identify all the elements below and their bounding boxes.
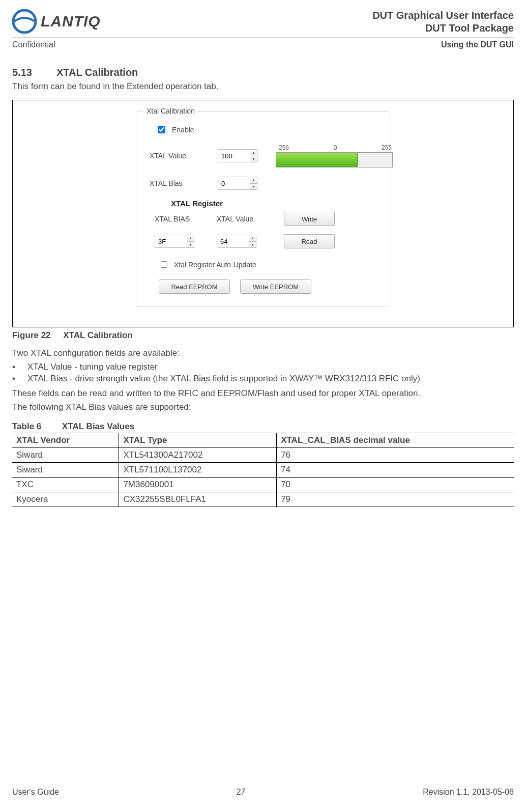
th-bias: XTAL_CAL_BIAS decimal value [277,433,514,447]
groupbox-legend: Xtal Calibration [143,107,198,115]
spin-up-icon[interactable]: ▲ [187,235,194,242]
table-cell: 7M36090001 [119,477,277,492]
table-number: Table 6 [12,422,41,431]
table-cell: CX32255SBL0FLFA1 [119,492,277,507]
company-logo: LANTIQ [12,9,119,34]
reg-value-label: XTAL Value [217,215,273,223]
spin-down-icon[interactable]: ▼ [250,184,257,190]
xtal-register-heading: XTAL Register [171,199,381,208]
table-row: SiwardXTL541300A21700276 [12,447,514,462]
spin-up-icon[interactable]: ▲ [249,235,256,242]
table-cell: Siward [12,462,119,477]
gauge-min: -256 [277,144,289,151]
footer-right: Revision 1.1, 2013-05-06 [423,788,514,797]
xtal-value-label: XTAL Value [150,152,211,160]
table-cell: 70 [277,477,514,492]
read-eeprom-button[interactable]: Read EEPROM [159,279,230,294]
table-cell: Kyocera [12,492,119,507]
table-row: SiwardXTL571100L13700274 [12,462,514,477]
bullet-2: XTAL Bias - drive strength value (the XT… [27,373,420,385]
table-row: KyoceraCX32255SBL0FLFA179 [12,492,514,507]
section-intro: This form can be found in the Extended o… [12,81,514,92]
xtal-bias-label: XTAL Bias [150,179,211,187]
th-type: XTAL Type [119,433,277,447]
enable-checkbox[interactable] [158,126,165,133]
xtal-bias-spinbox[interactable]: ▲ ▼ [218,177,257,190]
chapter-label: Using the DUT GUI [441,40,514,49]
reg-value-input[interactable] [217,235,249,247]
table-title: XTAL Bias Values [62,422,134,431]
xtal-value-spinbox[interactable]: ▲ ▼ [218,149,257,162]
write-eeprom-button[interactable]: Write EEPROM [240,279,311,294]
figure-frame: Xtal Calibration Enable XTAL Value ▲ ▼ -… [12,100,514,327]
footer-left: User's Guide [12,788,59,797]
reg-bias-spinbox[interactable]: ▲ ▼ [155,235,194,248]
th-vendor: XTAL Vendor [12,433,119,447]
section-number: 5.13 [12,67,32,78]
svg-point-0 [13,10,36,33]
figure-number: Figure 22 [12,330,51,340]
footer-center: 27 [237,788,246,797]
table-cell: 76 [277,447,514,462]
reg-value-spinbox[interactable]: ▲ ▼ [217,235,256,248]
doc-title-1: DUT Graphical User Interface [372,9,514,22]
xtal-calibration-group: Xtal Calibration Enable XTAL Value ▲ ▼ -… [136,111,390,306]
write-button[interactable]: Write [284,212,335,226]
doc-title-2: DUT Tool Package [372,22,514,35]
table-cell: 79 [277,492,514,507]
spin-down-icon[interactable]: ▼ [187,242,194,248]
reg-bias-label: XTAL BIAS [155,215,206,223]
section-title: XTAL Calibration [56,67,138,78]
body-p1: Two XTAL configuration fields are availa… [12,348,514,359]
body-p3: The following XTAL Bias values are suppo… [12,402,514,413]
table-cell: TXC [12,477,119,492]
xtal-bias-table: XTAL Vendor XTAL Type XTAL_CAL_BIAS deci… [12,433,514,507]
figure-title: XTAL Calibration [63,330,132,340]
spin-down-icon[interactable]: ▼ [250,156,257,162]
body-p2: These fields can be read and written to … [12,388,514,400]
auto-update-checkbox[interactable] [161,261,167,268]
enable-label: Enable [172,126,194,134]
gauge-mid: 0 [334,144,337,151]
read-button[interactable]: Read [284,234,335,248]
table-cell: XTL541300A217002 [119,447,277,462]
xtal-value-input[interactable] [218,150,250,162]
spin-down-icon[interactable]: ▼ [249,242,256,248]
table-cell: XTL571100L137002 [119,462,277,477]
svg-text:LANTIQ: LANTIQ [41,13,101,30]
confidential-label: Confidential [12,40,55,49]
reg-bias-input[interactable] [155,235,187,247]
xtal-bias-input[interactable] [218,177,250,189]
auto-update-label: Xtal Register Auto-Update [174,261,256,269]
xtal-value-gauge[interactable] [276,152,393,167]
table-cell: 74 [277,462,514,477]
spin-up-icon[interactable]: ▲ [250,150,257,156]
table-cell: Siward [12,447,119,462]
bullet-1: XTAL Value - tuning value register [27,361,158,373]
gauge-max: 255 [382,144,392,151]
spin-up-icon[interactable]: ▲ [250,177,257,184]
table-row: TXC7M3609000170 [12,477,514,492]
